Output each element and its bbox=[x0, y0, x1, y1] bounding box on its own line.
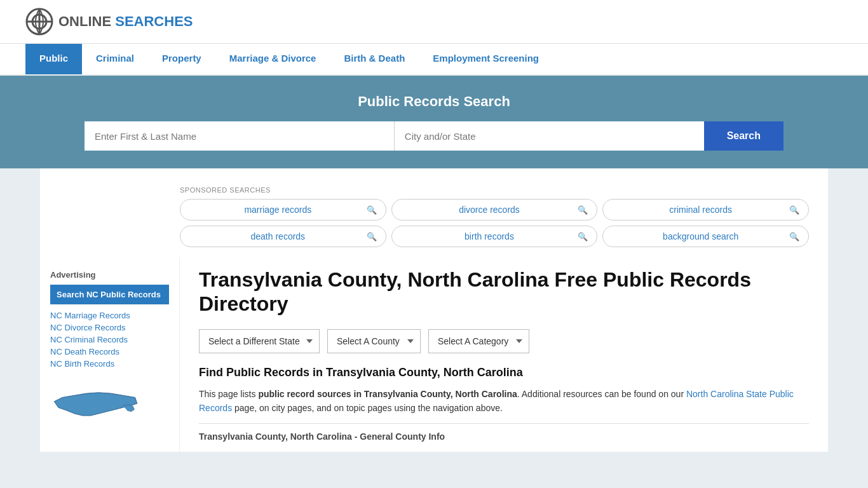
page-content: Transylvania County, North Carolina Free… bbox=[180, 257, 828, 452]
search-icon-background: 🔍 bbox=[789, 232, 799, 241]
sponsored-grid: marriage records 🔍 divorce records 🔍 cri… bbox=[180, 199, 809, 247]
search-banner-title: Public Records Search bbox=[25, 93, 843, 110]
sponsored-item-death[interactable]: death records 🔍 bbox=[180, 226, 386, 247]
sponsored-item-birth[interactable]: birth records 🔍 bbox=[391, 226, 598, 247]
section-divider bbox=[199, 423, 809, 424]
sponsored-link-birth: birth records bbox=[401, 231, 578, 241]
category-dropdown[interactable]: Select A Category bbox=[428, 329, 529, 353]
find-bold-1: public record sources in Transylvania Co… bbox=[258, 389, 517, 399]
search-button[interactable]: Search bbox=[704, 121, 783, 151]
search-icon-death: 🔍 bbox=[367, 232, 377, 241]
sidebar-link-criminal[interactable]: NC Criminal Records bbox=[50, 335, 169, 344]
state-dropdown[interactable]: Select a Different State bbox=[199, 329, 320, 353]
logo-online: ONLINE bbox=[58, 13, 111, 29]
advertising-label: Advertising bbox=[50, 270, 169, 280]
sponsored-link-criminal: criminal records bbox=[612, 205, 789, 215]
sponsored-link-marriage: marriage records bbox=[189, 205, 367, 215]
logo-searches: SEARCHES bbox=[115, 13, 193, 29]
nav-item-marriage[interactable]: Marriage & Divorce bbox=[215, 44, 330, 74]
sidebar-link-marriage[interactable]: NC Marriage Records bbox=[50, 311, 169, 320]
search-icon-marriage: 🔍 bbox=[367, 205, 377, 215]
logo-icon bbox=[25, 8, 53, 36]
find-text-1: This page lists bbox=[199, 389, 258, 399]
sidebar: Advertising Search NC Public Records NC … bbox=[40, 257, 180, 452]
state-map bbox=[50, 381, 139, 431]
search-icon-birth: 🔍 bbox=[578, 232, 588, 241]
sponsored-item-marriage[interactable]: marriage records 🔍 bbox=[180, 199, 386, 220]
nav-item-property[interactable]: Property bbox=[148, 44, 215, 74]
sponsored-link-death: death records bbox=[189, 231, 367, 241]
find-description: This page lists public record sources in… bbox=[199, 387, 809, 416]
find-text-2: . Additional resources can be found on o… bbox=[517, 389, 686, 399]
nav-item-criminal[interactable]: Criminal bbox=[82, 44, 148, 74]
sidebar-links: NC Marriage Records NC Divorce Records N… bbox=[50, 311, 169, 369]
name-input[interactable] bbox=[85, 121, 395, 151]
location-input[interactable] bbox=[395, 121, 704, 151]
page-title: Transylvania County, North Carolina Free… bbox=[199, 268, 809, 316]
general-info-title: Transylvania County, North Carolina - Ge… bbox=[199, 431, 809, 442]
main-nav: Public Criminal Property Marriage & Divo… bbox=[0, 44, 868, 76]
svg-marker-4 bbox=[54, 393, 137, 416]
find-text-3: page, on city pages, and on topic pages … bbox=[232, 403, 503, 413]
sidebar-link-death[interactable]: NC Death Records bbox=[50, 347, 169, 356]
search-icon-divorce: 🔍 bbox=[578, 205, 588, 215]
sponsored-item-divorce[interactable]: divorce records 🔍 bbox=[391, 199, 598, 220]
nav-item-public[interactable]: Public bbox=[25, 44, 82, 74]
main-content: Advertising Search NC Public Records NC … bbox=[40, 257, 828, 452]
search-form: Search bbox=[85, 121, 783, 151]
sponsored-link-divorce: divorce records bbox=[401, 205, 578, 215]
nav-item-employment[interactable]: Employment Screening bbox=[419, 44, 553, 74]
logo[interactable]: ONLINE SEARCHES bbox=[25, 8, 193, 36]
sidebar-link-divorce[interactable]: NC Divorce Records bbox=[50, 323, 169, 332]
search-icon-criminal: 🔍 bbox=[789, 205, 799, 215]
dropdowns-section: Select a Different State Select A County… bbox=[199, 329, 809, 353]
sponsored-item-criminal[interactable]: criminal records 🔍 bbox=[602, 199, 809, 220]
sponsored-link-background: background search bbox=[612, 231, 789, 241]
county-dropdown[interactable]: Select A County bbox=[327, 329, 421, 353]
nav-item-birth[interactable]: Birth & Death bbox=[330, 44, 419, 74]
find-title: Find Public Records in Transylvania Coun… bbox=[199, 366, 809, 379]
sponsored-item-background[interactable]: background search 🔍 bbox=[602, 226, 809, 247]
search-banner: Public Records Search Search bbox=[0, 76, 868, 168]
sidebar-ad-highlight[interactable]: Search NC Public Records bbox=[50, 285, 169, 304]
sidebar-link-birth[interactable]: NC Birth Records bbox=[50, 359, 169, 369]
sponsored-label: SPONSORED SEARCHES bbox=[180, 186, 809, 194]
